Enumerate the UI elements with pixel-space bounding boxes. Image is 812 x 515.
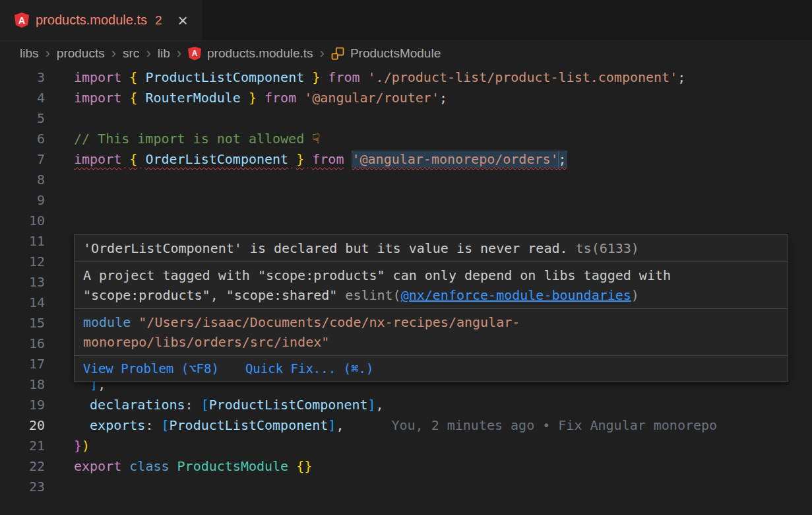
code-token — [320, 69, 328, 85]
code-line[interactable]: 23 — [0, 477, 812, 497]
line-number: 20 — [0, 415, 45, 436]
hover-message-line: 'OrderListComponent' is declared but its… — [83, 238, 779, 258]
line-number: 12 — [0, 252, 45, 272]
git-blame-annotation: You, 2 minutes ago • Fix Angular monorep… — [391, 417, 717, 433]
code-token — [257, 90, 265, 106]
angular-icon: A — [15, 13, 29, 28]
chevron-right-icon: › — [111, 46, 116, 61]
code-token: , — [336, 417, 344, 433]
breadcrumb-item-libs[interactable]: libs — [20, 46, 39, 61]
code-token — [153, 417, 161, 433]
code-token — [170, 458, 177, 474]
code-token — [137, 69, 145, 85]
breadcrumb-item-src[interactable]: src — [123, 46, 139, 61]
code-token: '@angular/router' — [304, 90, 439, 106]
quick-fix-action[interactable]: Quick Fix... (⌘.) — [245, 359, 373, 378]
code-content: exports: [ProductListComponent],You, 2 m… — [74, 415, 717, 436]
code-line[interactable]: 5 — [0, 108, 812, 129]
code-line[interactable]: 21}) — [0, 436, 812, 456]
code-token: ] — [328, 417, 336, 433]
line-number: 17 — [0, 354, 45, 374]
tab-error-count-badge: 2 — [155, 13, 162, 28]
code-token: [ — [161, 417, 169, 433]
chevron-right-icon: › — [320, 46, 325, 61]
indent-space — [74, 415, 90, 436]
line-number: 18 — [0, 374, 45, 395]
code-line[interactable]: 9 — [0, 190, 812, 211]
code-token: ; — [439, 90, 447, 106]
code-token — [121, 458, 129, 474]
eslint-rule-link[interactable]: @nx/enforce-module-boundaries — [401, 287, 631, 303]
code-token: import — [74, 151, 121, 167]
code-token: { — [129, 90, 137, 106]
breadcrumb-item-file[interactable]: A products.module.ts — [188, 46, 313, 61]
tab-bar: A products.module.ts 2 × — [0, 0, 812, 41]
code-line[interactable]: 22export class ProductsModule {} — [0, 456, 812, 477]
indent-space — [74, 395, 90, 415]
code-token — [296, 90, 304, 106]
hover-text: ) — [631, 287, 639, 303]
code-token — [121, 151, 129, 167]
code-token: ProductsModule — [177, 458, 289, 474]
hover-text: "scope:products", "scope:shared" — [83, 287, 345, 303]
line-number: 9 — [0, 190, 45, 211]
code-token: ) — [82, 438, 90, 454]
code-line[interactable]: 4import { RouterModule } from '@angular/… — [0, 88, 812, 108]
code-token — [304, 151, 312, 167]
code-token — [137, 90, 145, 106]
line-number: 8 — [0, 170, 45, 190]
hover-text: "/Users/isaac/Documents/code/nx-recipes/… — [139, 314, 520, 330]
code-token: ; — [559, 151, 567, 167]
code-line[interactable]: 3import { ProductListComponent } from '.… — [0, 67, 812, 88]
breadcrumb-symbol-label: ProductsModule — [350, 46, 441, 61]
code-line[interactable]: 6// This import is not allowed ☟ — [0, 129, 812, 149]
code-line[interactable]: 20exports: [ProductListComponent],You, 2… — [0, 415, 812, 436]
code-token: ☟ — [312, 131, 320, 147]
line-number: 23 — [0, 477, 45, 497]
code-token: from — [312, 151, 344, 167]
hover-rows: 'OrderListComponent' is declared but its… — [75, 235, 788, 355]
code-token: RouterModule — [145, 90, 241, 106]
code-token: } — [312, 69, 320, 85]
hover-text: 'OrderListComponent' is declared but its… — [83, 240, 568, 256]
breadcrumb-item-products[interactable]: products — [57, 46, 105, 61]
code-token: import — [74, 90, 121, 106]
line-number: 14 — [0, 292, 45, 313]
line-number: 22 — [0, 456, 45, 477]
code-token — [344, 151, 352, 167]
code-editor[interactable]: 3import { ProductListComponent } from '.… — [0, 66, 812, 497]
code-token: declarations — [90, 397, 185, 413]
line-number: 10 — [0, 211, 45, 231]
tab-products-module[interactable]: A products.module.ts 2 × — [0, 0, 202, 40]
code-token: './product-list/product-list.component' — [368, 69, 678, 85]
breadcrumb-item-symbol[interactable]: ProductsModule — [331, 46, 441, 61]
code-line[interactable]: 10 — [0, 211, 812, 231]
symbol-class-icon — [331, 47, 344, 60]
code-token: ; — [677, 69, 685, 85]
code-token: class — [129, 458, 169, 474]
hover-popup: 'OrderListComponent' is declared but its… — [74, 234, 788, 382]
code-token — [121, 90, 129, 106]
line-number: 19 — [0, 395, 45, 415]
line-number: 15 — [0, 313, 45, 333]
code-token: '@angular-monorepo/orders' — [352, 151, 559, 167]
code-token: import — [74, 69, 121, 85]
hover-text: ts(6133) — [568, 240, 639, 256]
line-number: 16 — [0, 333, 45, 354]
line-number: 13 — [0, 272, 45, 292]
code-token: ProductListComponent — [170, 417, 328, 433]
code-token: from — [265, 90, 296, 106]
hover-actions: View Problem (⌥F8)Quick Fix... (⌘.) — [75, 355, 788, 381]
code-line[interactable]: 8 — [0, 170, 812, 190]
code-line[interactable]: 19declarations: [ProductListComponent], — [0, 395, 812, 415]
hover-text: A project tagged with "scope:products" c… — [83, 267, 671, 283]
code-line[interactable]: 7import { OrderListComponent } from '@an… — [0, 149, 812, 170]
code-token: exports — [90, 417, 145, 433]
code-token: from — [328, 69, 359, 85]
close-icon[interactable]: × — [178, 12, 188, 29]
code-content: import { OrderListComponent } from '@ang… — [74, 149, 567, 170]
breadcrumb-item-lib[interactable]: lib — [158, 46, 170, 61]
view-problem-action[interactable]: View Problem (⌥F8) — [83, 359, 219, 378]
code-token: } — [249, 90, 257, 106]
code-token — [137, 151, 145, 167]
